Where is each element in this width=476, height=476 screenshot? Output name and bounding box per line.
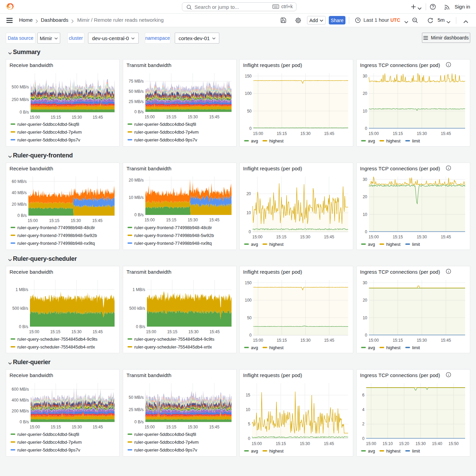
svg-text:ruler-querier-5ddbcc4dbd-7p4vm: ruler-querier-5ddbcc4dbd-7p4vm [134, 440, 199, 445]
svg-text:15:15: 15:15 [49, 218, 60, 223]
svg-text:20: 20 [363, 91, 368, 96]
svg-text:100: 100 [245, 91, 252, 96]
svg-text:0 B/s: 0 B/s [19, 324, 28, 329]
svg-text:limit: limit [412, 448, 420, 454]
svg-text:highest: highest [386, 242, 401, 247]
svg-text:limit: limit [412, 345, 420, 350]
svg-text:Transmit bandwidth: Transmit bandwidth [126, 62, 171, 68]
svg-text:0 B/s: 0 B/s [20, 420, 29, 424]
svg-text:ruler-query-scheduler-7554845d: ruler-query-scheduler-7554845db4-xrtlx [134, 344, 212, 350]
svg-text:15:45: 15:45 [92, 329, 103, 334]
svg-text:15:15: 15:15 [393, 235, 403, 239]
svg-text:150: 150 [245, 74, 252, 79]
svg-text:6: 6 [362, 393, 364, 397]
svg-text:25 MB/s: 25 MB/s [129, 407, 143, 412]
svg-text:ruler-querier-5ddbcc4dbd-5kqf8: ruler-querier-5ddbcc4dbd-5kqf8 [134, 432, 196, 437]
svg-text:ruler-query-frontend-774998b94: ruler-query-frontend-774998b948-48c8r [134, 225, 212, 230]
svg-text:ruler-querier-5ddbcc4dbd-9ps7v: ruler-querier-5ddbcc4dbd-9ps7v [134, 447, 197, 453]
svg-text:0: 0 [365, 126, 367, 131]
svg-text:avg: avg [368, 242, 375, 247]
svg-text:0: 0 [365, 333, 367, 338]
svg-text:15:45: 15:45 [209, 329, 220, 334]
svg-text:limit: limit [412, 138, 420, 143]
svg-text:40 MB/s: 40 MB/s [12, 190, 27, 195]
svg-text:0 B/s: 0 B/s [134, 420, 143, 424]
svg-text:Transmit bandwidth: Transmit bandwidth [126, 372, 171, 378]
svg-text:Ingress TCP connections (per p: Ingress TCP connections (per pod) [360, 372, 440, 378]
svg-text:15:00: 15:00 [369, 338, 379, 343]
svg-text:15:30: 15:30 [71, 218, 81, 223]
svg-text:avg: avg [368, 345, 375, 350]
svg-text:15:30: 15:30 [417, 235, 427, 239]
svg-text:15:00: 15:00 [28, 218, 38, 223]
svg-text:15:00: 15:00 [366, 441, 376, 446]
svg-text:15:15: 15:15 [393, 338, 403, 343]
svg-text:15:45: 15:45 [441, 338, 451, 343]
svg-text:0 B/s: 0 B/s [20, 110, 29, 115]
svg-text:highest: highest [386, 448, 401, 454]
svg-text:ruler-query-frontend-774998b94: ruler-query-frontend-774998b948-5w92b [17, 233, 97, 238]
svg-text:15:00: 15:00 [29, 329, 39, 334]
svg-text:15:30: 15:30 [301, 131, 311, 136]
svg-text:0 B/s: 0 B/s [134, 109, 143, 114]
svg-text:50 MB/s: 50 MB/s [129, 89, 143, 94]
svg-text:ruler-querier-5ddbcc4dbd-5kqf8: ruler-querier-5ddbcc4dbd-5kqf8 [17, 432, 79, 437]
svg-text:ruler-querier-5ddbcc4dbd-9ps7v: ruler-querier-5ddbcc4dbd-9ps7v [134, 137, 197, 142]
svg-text:15:10: 15:10 [382, 441, 393, 446]
svg-text:0: 0 [250, 333, 252, 338]
svg-text:15:45: 15:45 [324, 235, 334, 239]
svg-text:0: 0 [365, 230, 367, 234]
svg-text:ruler-query-scheduler-7554845d: ruler-query-scheduler-7554845db4-9c9ts [17, 337, 98, 342]
svg-text:150: 150 [245, 280, 252, 285]
svg-text:10: 10 [247, 210, 251, 215]
svg-text:15:15: 15:15 [277, 338, 287, 343]
svg-text:15:45: 15:45 [324, 441, 334, 446]
svg-text:0: 0 [249, 230, 251, 234]
svg-text:15:00: 15:00 [30, 115, 40, 120]
svg-text:0 B/s: 0 B/s [136, 324, 145, 329]
svg-text:4: 4 [362, 407, 364, 412]
svg-text:highest: highest [386, 345, 401, 350]
svg-text:15:45: 15:45 [324, 131, 334, 136]
svg-text:ruler-query-scheduler-7554845d: ruler-query-scheduler-7554845db4-9c9ts [134, 337, 215, 342]
svg-text:15:15: 15:15 [167, 329, 177, 334]
svg-text:20 MB/s: 20 MB/s [12, 202, 27, 207]
svg-text:15:15: 15:15 [393, 131, 403, 136]
svg-text:15:30: 15:30 [415, 441, 426, 446]
svg-text:Inflight requests (per pod): Inflight requests (per pod) [243, 62, 302, 68]
svg-text:15:20: 15:20 [399, 441, 409, 446]
svg-text:avg: avg [368, 138, 375, 143]
svg-text:15:00: 15:00 [252, 235, 262, 239]
svg-text:15:45: 15:45 [209, 115, 219, 119]
svg-text:Receive bandwidth: Receive bandwidth [10, 166, 53, 171]
svg-text:ruler-query-frontend-774998b94: ruler-query-frontend-774998b948-5w92b [134, 233, 214, 238]
svg-text:15:45: 15:45 [441, 235, 451, 239]
svg-text:30: 30 [363, 280, 368, 285]
svg-text:15:45: 15:45 [209, 218, 219, 222]
svg-text:15:30: 15:30 [188, 218, 198, 222]
svg-text:15:00: 15:00 [146, 329, 156, 334]
svg-text:20 MB/s: 20 MB/s [129, 178, 143, 183]
svg-text:15:45: 15:45 [441, 131, 451, 136]
svg-text:Receive bandwidth: Receive bandwidth [10, 269, 53, 275]
svg-text:15:15: 15:15 [50, 329, 61, 334]
svg-text:ruler-query-frontend-774998b94: ruler-query-frontend-774998b948-nx9tq [134, 241, 212, 246]
svg-text:0: 0 [362, 436, 364, 441]
svg-text:avg: avg [251, 345, 258, 350]
svg-text:0: 0 [250, 126, 252, 131]
svg-text:15:00: 15:00 [253, 338, 263, 343]
svg-text:30: 30 [363, 74, 368, 79]
svg-text:Receive bandwidth: Receive bandwidth [10, 372, 53, 378]
svg-text:50 MB/s: 50 MB/s [129, 395, 143, 400]
svg-text:ruler-querier-5ddbcc4dbd-9ps7v: ruler-querier-5ddbcc4dbd-9ps7v [17, 447, 80, 453]
svg-text:0 B/s: 0 B/s [17, 213, 27, 218]
svg-text:15:00: 15:00 [252, 441, 262, 446]
svg-text:15:15: 15:15 [51, 425, 61, 429]
svg-text:15:30: 15:30 [300, 235, 310, 239]
svg-text:500 MB/s: 500 MB/s [12, 85, 29, 89]
svg-text:10: 10 [363, 212, 368, 217]
svg-text:15:00: 15:00 [369, 235, 379, 239]
svg-text:50: 50 [247, 316, 252, 320]
svg-text:Receive bandwidth: Receive bandwidth [10, 62, 53, 68]
svg-text:15:45: 15:45 [92, 218, 102, 223]
